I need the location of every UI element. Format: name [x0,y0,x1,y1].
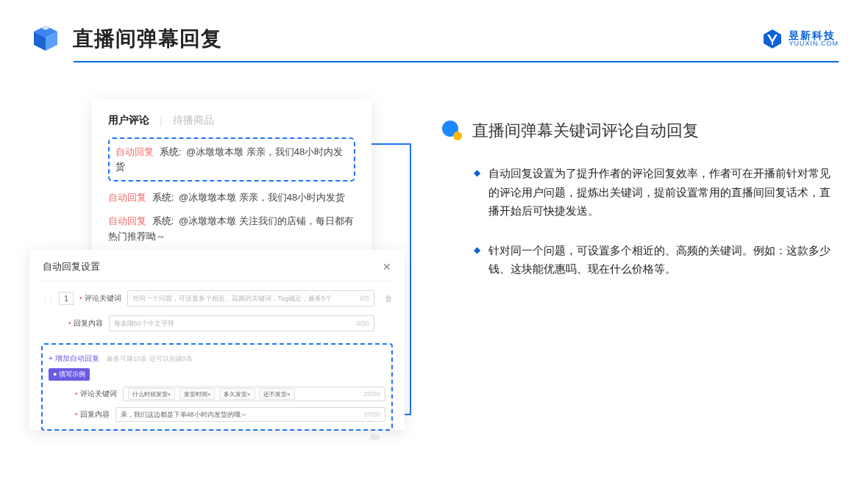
keyword-input[interactable]: 对同一个问题，可设置多个相近、高频的关键词，Tag确定，最多5个 0/5 [127,290,374,306]
example-box: + 增加自动回复 最多可建10条 还可以创建9条 ● 填写示例 评论关键词 什么… [41,343,393,431]
ex-tag[interactable]: 还不发货× [259,388,295,400]
ex-keyword-count: 20/50 [363,390,380,398]
keyword-label: 评论关键词 [79,293,121,304]
tab-separator: | [160,115,163,126]
comments-card: 用户评论 | 待播商品 自动回复 系统: @冰墩墩本墩 亲亲，我们48小时内发货… [92,99,371,265]
ex-content-count: 37/50 [363,411,380,418]
content-count: 0/50 [356,320,369,327]
content-placeholder: 每条限50个中文字符 [114,319,174,329]
ex-content-label: 回复内容 [75,409,110,420]
keyword-placeholder: 对同一个问题，可设置多个相近、高频的关键词，Tag确定，最多5个 [132,294,332,304]
ex-keyword-label: 评论关键词 [75,389,117,399]
auto-reply-tag: 自动回复 [115,146,154,157]
page-title: 直播间弹幕回复 [73,25,222,53]
brand-name-en: YUUXIN.COM [789,40,839,47]
trailing-count: /50 [41,434,393,441]
tab-user-comments[interactable]: 用户评论 [108,114,149,127]
rule-number: 1 [59,292,74,305]
add-info: 最多可建10条 还可以创建9条 [107,355,193,362]
highlighted-comment: 自动回复 系统: @冰墩墩本墩 亲亲，我们48小时内发货 [108,137,355,182]
bullet-item: 针对同一个问题，可设置多个相近的、高频的关键词。例如：这款多少钱、这块能优惠吗、… [474,241,839,279]
ex-keyword-input[interactable]: 什么时候发货× 发货时间× 多久发货× 还不发货× 20/50 [123,387,385,401]
ex-tag[interactable]: 什么时候发货× [128,388,176,400]
brand-name-cn: 昱新科技 [789,30,839,40]
ex-content-input[interactable]: 亲，我们这边都是下单48小时内发货的哦～ 37/50 [115,407,385,422]
comment-text: @冰墩墩本墩 亲亲，我们48小时内发货 [179,192,345,203]
screenshot-area: 用户评论 | 待播商品 自动回复 系统: @冰墩墩本墩 亲亲，我们48小时内发货… [29,99,412,445]
ex-tag[interactable]: 多久发货× [219,388,255,400]
system-label: 系统: [152,192,174,203]
auto-reply-tag: 自动回复 [108,215,146,226]
system-label: 系统: [152,215,174,226]
brand-logo: 昱新科技 YUUXIN.COM [762,29,839,49]
tab-pending-goods[interactable]: 待播商品 [173,114,214,127]
cube-icon [29,23,62,55]
example-badge: ● 填写示例 [49,368,90,381]
settings-title: 自动回复设置 [43,260,100,273]
svg-point-5 [453,132,462,140]
auto-reply-tag: 自动回复 [108,192,146,203]
keyword-count: 0/5 [360,295,369,302]
header-divider [74,61,839,62]
bullet-item: 自动回复设置为了提升作者的评论回复效率，作者可在开播前针对常见的评论用户问题，提… [474,164,839,220]
close-icon[interactable]: ✕ [383,261,391,273]
content-label: 回复内容 [68,318,103,329]
ex-content-text: 亲，我们这边都是下单48小时内发货的哦～ [121,410,247,420]
trash-icon[interactable]: 🗑 [385,294,393,303]
settings-card: 自动回复设置 ✕ ⋮⋮ 1 评论关键词 对同一个问题，可设置多个相近、高频的关键… [29,250,405,430]
add-auto-reply-link[interactable]: + 增加自动回复 [49,354,99,362]
system-label: 系统: [160,146,182,157]
ex-tag[interactable]: 发货时间× [179,388,216,400]
drag-handle-icon[interactable]: ⋮⋮ [41,295,53,303]
chat-bubble-icon [441,120,463,142]
content-input[interactable]: 每条限50个中文字符 0/50 [109,315,374,331]
right-title-text: 直播间弹幕关键词评论自动回复 [472,120,699,142]
